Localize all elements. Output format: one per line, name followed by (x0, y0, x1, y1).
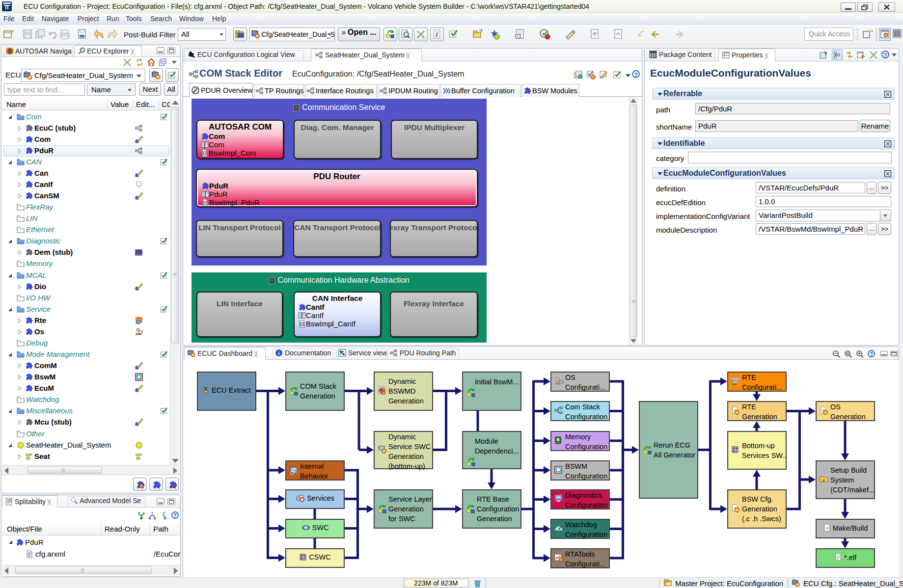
svg-text:RTE: RTE (733, 380, 738, 383)
svg-text:i: i (436, 31, 438, 38)
svg-text:.c: .c (825, 526, 828, 530)
svg-text:.c: .c (822, 479, 825, 482)
svg-text:i: i (278, 350, 279, 356)
svg-text:010: 010 (80, 35, 85, 38)
